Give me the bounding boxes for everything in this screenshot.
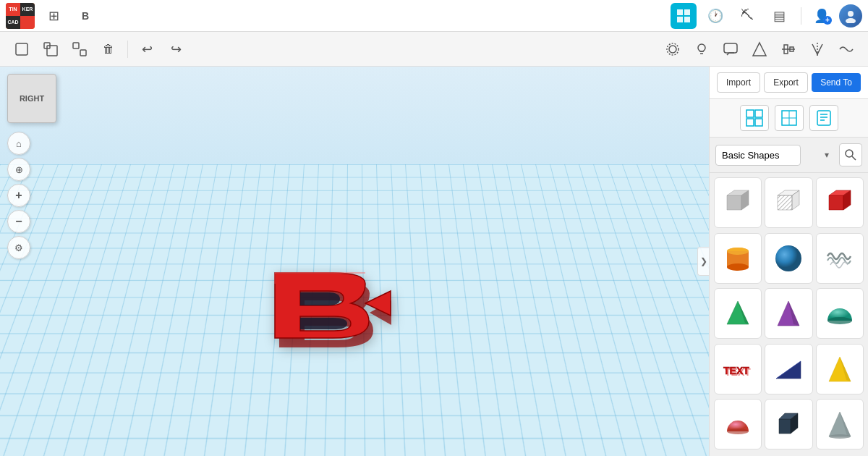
shape-pyramid-yellow[interactable] <box>816 344 864 394</box>
export-button[interactable]: Export <box>764 72 808 93</box>
settings-btn[interactable]: ⚙ <box>7 236 30 259</box>
shape-box-solid[interactable] <box>714 177 762 228</box>
3d-view-btn[interactable] <box>671 3 697 29</box>
shape-wedge-blue[interactable] <box>765 344 812 394</box>
shape-box-hole[interactable] <box>765 177 812 228</box>
shape-cylinder[interactable] <box>714 233 762 284</box>
shape-text-red[interactable]: TEXT TEXT <box>714 344 762 394</box>
shape-sphere[interactable] <box>765 233 812 284</box>
zoom-in-btn[interactable]: + <box>7 184 30 207</box>
logo-cad: CAD <box>6 16 20 29</box>
import-button[interactable]: Import <box>717 72 760 93</box>
ungroup-icon <box>72 42 87 56</box>
svg-rect-21 <box>746 110 754 117</box>
topbar: TIN KER CAD ⊞ B 🕐 ⛏ ▤ 👤+ <box>0 0 868 32</box>
svg-point-32 <box>846 150 853 157</box>
cube-face-right[interactable]: RIGHT <box>7 74 56 123</box>
shape-dome-pink[interactable] <box>714 399 762 449</box>
letter-b-shape <box>253 262 456 356</box>
shapes-grid: TEXT TEXT <box>710 173 868 456</box>
toolbar: 🗑 ↩ ↪ <box>0 32 868 67</box>
grid-icon-btn[interactable]: ⊞ <box>41 3 67 29</box>
logo-ker: KER <box>20 3 35 16</box>
divider <box>801 7 801 25</box>
svg-line-33 <box>852 156 856 160</box>
svg-rect-6 <box>16 43 27 55</box>
text3d-icon <box>822 240 858 276</box>
timeline-btn[interactable]: 🕐 <box>702 3 728 29</box>
corner-view-btn[interactable] <box>775 105 804 131</box>
canvas-area[interactable]: RIGHT ⌂ ⊕ + − ⚙ <box>0 67 709 456</box>
shape-tool-btn[interactable] <box>746 36 773 62</box>
avatar[interactable] <box>839 4 862 28</box>
text-red-icon: TEXT TEXT <box>720 351 756 387</box>
svg-rect-14 <box>724 43 737 53</box>
svg-point-5 <box>846 18 856 23</box>
grid-view-icon <box>746 109 763 127</box>
fit-view-btn[interactable]: ⊕ <box>7 158 30 181</box>
shape-category-select[interactable]: Basic Shapes Featured Shapes Letters Num… <box>715 145 801 166</box>
3d-object[interactable] <box>253 262 456 359</box>
svg-point-11 <box>669 46 676 53</box>
delete-btn[interactable]: 🗑 <box>95 36 122 62</box>
shape-selector: Basic Shapes Featured Shapes Letters Num… <box>710 138 868 173</box>
add-user-button[interactable]: 👤+ <box>810 4 833 28</box>
undo-btn[interactable]: ↩ <box>134 36 160 62</box>
lightbulb-btn[interactable] <box>689 36 715 62</box>
speech-btn[interactable] <box>718 36 744 62</box>
avatar-icon <box>843 9 858 23</box>
shape-text3d[interactable] <box>816 233 864 284</box>
align-icon <box>780 41 796 57</box>
corner-view-icon <box>780 109 798 127</box>
shape-box-red[interactable] <box>816 177 864 228</box>
shape-cone-gray[interactable] <box>816 399 864 449</box>
half-sphere-icon <box>822 295 858 332</box>
svg-rect-24 <box>755 119 762 126</box>
layers-btn[interactable]: ▤ <box>766 3 792 29</box>
logo-tin: TIN <box>6 3 20 16</box>
camera-icon <box>665 41 681 57</box>
shape-pyramid-green[interactable] <box>714 288 762 339</box>
dome-pink-icon <box>720 406 756 442</box>
grid-view-btn[interactable] <box>740 105 769 131</box>
svg-point-38 <box>727 248 749 255</box>
mirror-btn[interactable] <box>804 36 830 62</box>
svg-text:TEXT: TEXT <box>725 366 751 378</box>
zoom-out-btn[interactable]: − <box>7 210 30 233</box>
right-panel: Import Export Send To <box>709 67 868 456</box>
grid-3d-icon <box>676 8 692 24</box>
new-shape-btn[interactable] <box>9 36 35 62</box>
redo-btn[interactable]: ↪ <box>163 36 189 62</box>
tinkercad-logo[interactable]: TIN KER CAD <box>6 3 35 29</box>
group-btn[interactable] <box>38 36 64 62</box>
shape-cone-purple[interactable] <box>765 288 812 339</box>
svg-rect-10 <box>80 50 86 56</box>
camera-btn[interactable] <box>660 36 686 62</box>
right-panel-actions: Import Export Send To <box>710 67 868 99</box>
notes-view-btn[interactable] <box>809 105 838 131</box>
panel-collapse-arrow[interactable]: ❯ <box>697 247 709 276</box>
wedge-blue-icon <box>770 351 807 387</box>
svg-rect-3 <box>684 17 690 22</box>
svg-rect-28 <box>817 111 830 125</box>
send-to-button[interactable]: Send To <box>812 73 861 92</box>
pattern-btn[interactable] <box>833 36 859 62</box>
view-cube[interactable]: RIGHT <box>7 74 58 124</box>
pickaxe-btn[interactable]: ⛏ <box>734 3 760 29</box>
divider-1 <box>127 41 128 58</box>
main-area: RIGHT ⌂ ⊕ + − ⚙ <box>0 67 868 456</box>
cylinder-icon <box>720 240 756 276</box>
svg-point-13 <box>698 44 705 51</box>
shape-tube[interactable] <box>765 399 812 449</box>
svg-point-4 <box>848 11 854 17</box>
left-controls: ⌂ ⊕ + − ⚙ <box>7 132 30 259</box>
ungroup-btn[interactable] <box>67 36 93 62</box>
box-hole-icon <box>770 185 807 221</box>
title-btn[interactable]: B <box>72 3 98 29</box>
shape-search-button[interactable] <box>839 143 862 166</box>
speech-icon <box>723 41 739 57</box>
align-btn[interactable] <box>775 36 801 62</box>
shape-half-sphere[interactable] <box>816 288 864 339</box>
box-solid-icon <box>720 185 756 221</box>
home-btn[interactable]: ⌂ <box>7 132 30 155</box>
